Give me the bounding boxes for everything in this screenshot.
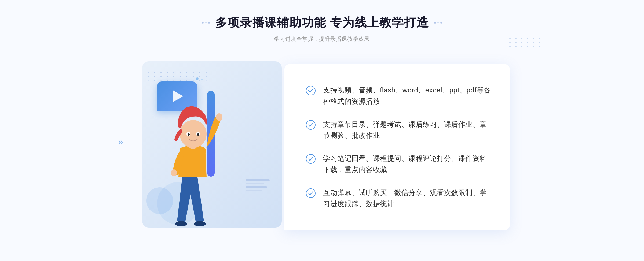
- title-dots-right: [434, 22, 442, 24]
- feature-item-4: 互动弹幕、试听购买、微信分享、观看次数限制、学习进度跟踪、数据统计: [306, 187, 491, 210]
- svg-point-12: [306, 154, 315, 163]
- title-dots-left: [202, 22, 210, 24]
- feature-text-1: 支持视频、音频、flash、word、excel、ppt、pdf等各种格式的资源…: [323, 85, 491, 107]
- svg-point-0: [175, 221, 187, 226]
- feature-item-3: 学习笔记回看、课程提问、课程评论打分、课件资料下载，重点内容收藏: [306, 153, 491, 175]
- feature-text-3: 学习笔记回看、课程提问、课程评论打分、课件资料下载，重点内容收藏: [323, 153, 491, 175]
- title-wrapper: 多项录播课辅助功能 专为线上教学打造: [202, 15, 442, 31]
- dot-1: [202, 22, 204, 24]
- svg-point-2: [216, 113, 222, 121]
- dot-5: [437, 22, 439, 23]
- feature-item-1: 支持视频、音频、flash、word、excel、ppt、pdf等各种格式的资源…: [306, 85, 491, 107]
- dot-3: [208, 22, 210, 24]
- check-icon-2: [306, 120, 316, 130]
- dot-6: [440, 22, 442, 24]
- dot-decoration-top: [509, 38, 542, 47]
- main-content: » 支持视频、音频、flash、word、excel、ppt、pdf等各种格式的…: [134, 56, 510, 238]
- feature-text-4: 互动弹幕、试听购买、微信分享、观看次数限制、学习进度跟踪、数据统计: [323, 187, 491, 210]
- character-illustration: [156, 100, 231, 230]
- stripe-decoration: [246, 179, 270, 191]
- feature-item-2: 支持章节目录、弹题考试、课后练习、课后作业、章节测验、批改作业: [306, 119, 491, 141]
- svg-point-3: [171, 169, 177, 176]
- svg-point-5: [180, 120, 207, 148]
- left-chevrons: »: [118, 136, 123, 147]
- dot-2: [205, 22, 207, 23]
- page-subtitle: 学习进度全掌握，提升录播课教学效果: [202, 35, 442, 43]
- feature-text-2: 支持章节目录、弹题考试、课后练习、课后作业、章节测验、批改作业: [323, 119, 491, 141]
- check-icon-4: [306, 188, 316, 198]
- dot-4: [434, 22, 436, 24]
- svg-point-10: [306, 86, 315, 95]
- svg-point-8: [188, 133, 190, 136]
- check-icon-3: [306, 154, 316, 164]
- glow-dots: [196, 77, 203, 80]
- check-icon-1: [306, 86, 316, 95]
- svg-point-9: [197, 133, 199, 136]
- svg-point-1: [194, 221, 206, 226]
- page-container: 多项录播课辅助功能 专为线上教学打造 学习进度全掌握，提升录播课教学效果: [0, 0, 644, 261]
- svg-point-13: [306, 189, 315, 198]
- page-title: 多项录播课辅助功能 专为线上教学打造: [215, 15, 429, 31]
- svg-point-11: [306, 120, 315, 129]
- features-panel: 支持视频、音频、flash、word、excel、ppt、pdf等各种格式的资源…: [284, 64, 510, 230]
- page-header: 多项录播课辅助功能 专为线上教学打造 学习进度全掌握，提升录播课教学效果: [202, 0, 442, 43]
- illustration-panel: [134, 56, 290, 238]
